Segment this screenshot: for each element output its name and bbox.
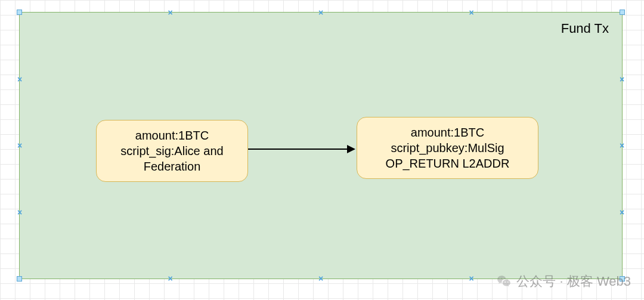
edge-handle-left-3[interactable]: × (17, 208, 22, 217)
input-line-1: amount:1BTC (107, 128, 237, 143)
resize-handle-tl[interactable] (17, 10, 22, 15)
wechat-icon (496, 274, 512, 289)
edge-handle-bottom-2[interactable]: × (318, 274, 323, 283)
output-node[interactable]: amount:1BTC script_pubkey:MulSig OP_RETU… (357, 117, 538, 179)
arrow-head-icon (347, 145, 355, 153)
arrow-connector[interactable] (248, 149, 348, 150)
input-line-2: script_sig:Alice and (107, 143, 237, 159)
watermark: 公众号 · 极客 Web3 (496, 273, 631, 290)
edge-handle-top-1[interactable]: × (168, 8, 172, 17)
edge-handle-right-1[interactable]: × (620, 75, 624, 83)
output-line-2: script_pubkey:MulSig (368, 140, 527, 156)
input-node[interactable]: amount:1BTC script_sig:Alice and Federat… (96, 120, 248, 182)
output-line-3: OP_RETURN L2ADDR (368, 156, 527, 171)
edge-handle-left-2[interactable]: × (17, 141, 22, 150)
edge-handle-bottom-3[interactable]: × (469, 274, 473, 283)
resize-handle-tr[interactable] (620, 10, 625, 15)
edge-handle-right-2[interactable]: × (620, 141, 624, 150)
watermark-text: 公众号 · 极客 Web3 (516, 273, 631, 290)
edge-handle-top-3[interactable]: × (469, 8, 473, 17)
edge-handle-top-2[interactable]: × (318, 8, 323, 17)
edge-handle-right-3[interactable]: × (620, 208, 624, 217)
resize-handle-bl[interactable] (17, 276, 22, 282)
fund-tx-container[interactable]: × × × × × × × × × × × × Fund Tx amount:1… (19, 12, 623, 279)
output-line-1: amount:1BTC (368, 125, 527, 140)
edge-handle-bottom-1[interactable]: × (168, 274, 172, 283)
input-line-3: Federation (107, 159, 237, 174)
edge-handle-left-1[interactable]: × (17, 75, 22, 83)
container-title: Fund Tx (561, 21, 609, 36)
